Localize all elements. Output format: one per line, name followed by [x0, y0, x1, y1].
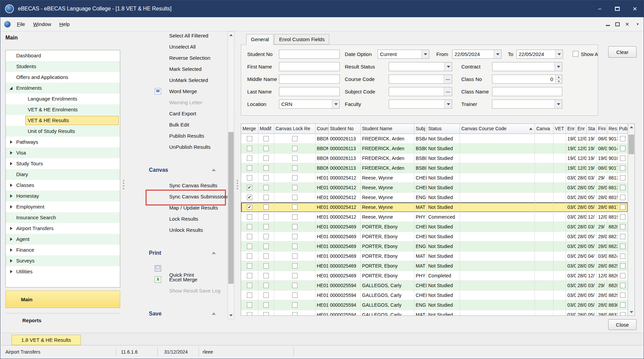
- column-header-canva[interactable]: Canva: [535, 124, 553, 134]
- chevron-down-icon[interactable]: [555, 50, 563, 58]
- expand-icon[interactable]: [10, 151, 12, 155]
- scroll-down-icon[interactable]: [228, 312, 234, 319]
- action-mark-selected[interactable]: Mark Selected: [140, 63, 228, 75]
- canvas-lock-checkbox[interactable]: [292, 234, 298, 239]
- expand-icon[interactable]: [10, 140, 12, 144]
- merge-checkbox[interactable]: [247, 185, 252, 190]
- column-header-subj[interactable]: Subj: [414, 124, 427, 134]
- table-row[interactable]: HE010000025594GALLEGOS, CarlyCHEINot Stu…: [241, 291, 628, 300]
- canvas-lock-checkbox[interactable]: [292, 224, 298, 229]
- subject-code-input[interactable]: ⋯: [389, 87, 452, 96]
- column-header-canvas-lock-re[interactable]: Canvas Lock Re: [274, 124, 315, 134]
- table-row[interactable]: HE010000025469PORTER, EbonyMATNot Studie…: [241, 251, 628, 261]
- table-row[interactable]: HE010000025412Reese, WynneCHEINot Studie…: [241, 183, 628, 193]
- table-row[interactable]: HE010000025469PORTER, EbonyCHEINot Studi…: [241, 222, 628, 232]
- modified-checkbox[interactable]: [263, 146, 269, 151]
- class-no-stepper[interactable]: 0 ▲▼: [492, 75, 562, 84]
- published-checkbox[interactable]: [620, 185, 625, 190]
- merge-checkbox[interactable]: [247, 165, 252, 171]
- published-checkbox[interactable]: [620, 234, 625, 239]
- table-row[interactable]: BBDM0000026113FREDERICK, ArdenBSBINot St…: [241, 163, 628, 173]
- column-header-status[interactable]: Status: [427, 124, 460, 134]
- scroll-up-icon[interactable]: [228, 32, 234, 38]
- chevron-down-icon[interactable]: [444, 62, 452, 71]
- published-checkbox[interactable]: [620, 136, 625, 141]
- published-checkbox[interactable]: [620, 214, 625, 220]
- canvas-lock-checkbox[interactable]: [292, 263, 298, 269]
- table-row[interactable]: HE010000025412Reese, WynneENGNot Studied…: [241, 193, 628, 202]
- canvas-lock-checkbox[interactable]: [292, 156, 298, 161]
- result-status-select[interactable]: [389, 62, 452, 71]
- table-row[interactable]: HE010000025594GALLEGOS, CarlyCHEINot Stu…: [241, 281, 628, 291]
- table-row[interactable]: HE010000025469PORTER, EbonyENGNot Studie…: [241, 242, 628, 251]
- contract-select[interactable]: [492, 62, 562, 71]
- merge-checkbox[interactable]: [247, 234, 252, 239]
- action-unlock-results[interactable]: Unlock Results: [140, 224, 228, 236]
- canvas-lock-checkbox[interactable]: [292, 214, 298, 220]
- sidebar-item-visa[interactable]: Visa: [6, 147, 120, 158]
- expand-icon[interactable]: [10, 259, 12, 263]
- trainer-select[interactable]: [492, 100, 562, 109]
- merge-checkbox[interactable]: [247, 175, 252, 181]
- table-row[interactable]: HE010000025594GALLEGOS, CarlyMATNot Stud…: [241, 310, 628, 315]
- modified-checkbox[interactable]: [263, 273, 269, 278]
- modified-checkbox[interactable]: [263, 302, 269, 308]
- column-header-pub[interactable]: Pub: [618, 124, 628, 134]
- table-row[interactable]: HE010000025469PORTER, EbonyPHYCompleted0…: [241, 271, 628, 281]
- mdi-close-icon[interactable]: ✕: [625, 22, 629, 27]
- sidebar-group-main[interactable]: Main: [5, 291, 120, 308]
- sidebar-item-vet-he-enrolments[interactable]: VET & HE Enrolments: [6, 104, 120, 115]
- mdi-minimize-icon[interactable]: [606, 25, 610, 26]
- published-checkbox[interactable]: [620, 253, 625, 259]
- table-row[interactable]: HE010000025412Reese, WynneCHEINot Studie…: [241, 173, 628, 183]
- course-code-input[interactable]: ⋯: [389, 75, 452, 84]
- canvas-lock-checkbox[interactable]: [292, 273, 298, 278]
- ellipsis-lookup-icon[interactable]: ⋯: [444, 87, 452, 96]
- canvas-lock-checkbox[interactable]: [292, 302, 298, 308]
- splitter-grip[interactable]: [237, 180, 238, 190]
- modified-checkbox[interactable]: [263, 263, 269, 269]
- published-checkbox[interactable]: [620, 204, 625, 210]
- sidebar-group-reports[interactable]: Reports: [5, 313, 120, 327]
- modified-checkbox[interactable]: [263, 165, 269, 171]
- chevron-down-icon[interactable]: [555, 62, 562, 71]
- published-checkbox[interactable]: [620, 283, 625, 288]
- sidebar-item-airport-transfers[interactable]: Airport Transfers: [6, 223, 120, 234]
- canvas-lock-checkbox[interactable]: [292, 195, 298, 200]
- modified-checkbox[interactable]: [263, 244, 269, 249]
- expand-icon[interactable]: [10, 238, 12, 241]
- modified-checkbox[interactable]: [263, 156, 269, 161]
- merge-checkbox[interactable]: [247, 244, 252, 249]
- show-all-checkbox[interactable]: [573, 51, 578, 57]
- expand-icon[interactable]: [10, 205, 12, 209]
- chevron-down-icon[interactable]: [421, 50, 429, 58]
- expand-icon[interactable]: [10, 270, 12, 273]
- action-excel-merge[interactable]: XExcel Merge: [140, 274, 228, 285]
- table-row[interactable]: HE010000025412Reese, WynneMATNot Studied…: [241, 202, 628, 212]
- expand-icon[interactable]: [10, 227, 12, 230]
- merge-checkbox[interactable]: [247, 156, 252, 161]
- modified-checkbox[interactable]: [263, 234, 269, 239]
- merge-checkbox[interactable]: [247, 195, 252, 200]
- table-row[interactable]: HE010000025469PORTER, EbonyMATNot Studie…: [241, 261, 628, 271]
- action-word-merge[interactable]: WWord Merge: [140, 86, 228, 97]
- published-checkbox[interactable]: [620, 302, 625, 308]
- modified-checkbox[interactable]: [263, 185, 269, 190]
- table-row[interactable]: BBDM0000026113FREDERICK, ArdenBSBCNot St…: [241, 144, 628, 154]
- canvas-lock-checkbox[interactable]: [292, 204, 298, 210]
- action-sync-canvas-submissions[interactable]: Sync Canvas Submissions: [140, 191, 228, 202]
- merge-checkbox[interactable]: [247, 263, 252, 269]
- published-checkbox[interactable]: [620, 273, 625, 278]
- action-card-export[interactable]: Card Export: [140, 108, 228, 119]
- minimize-icon[interactable]: –: [591, 0, 609, 17]
- column-header-student-name[interactable]: Student Name: [361, 124, 414, 134]
- action-bulk-edit[interactable]: Bulk Edit: [140, 119, 228, 130]
- action-unpublish-results[interactable]: UnPublish Results: [140, 141, 228, 153]
- sidebar-item-agent[interactable]: Agent: [6, 234, 120, 245]
- sidebar-item-surveys[interactable]: Surveys: [6, 255, 120, 266]
- sidebar-item-diary[interactable]: Diary: [6, 169, 120, 180]
- menu-file[interactable]: File: [13, 19, 29, 29]
- sidebar-item-study-tours[interactable]: Study Tours: [6, 158, 120, 169]
- maximize-icon[interactable]: [609, 0, 626, 17]
- action-unselect-all[interactable]: Unselect All: [140, 41, 228, 52]
